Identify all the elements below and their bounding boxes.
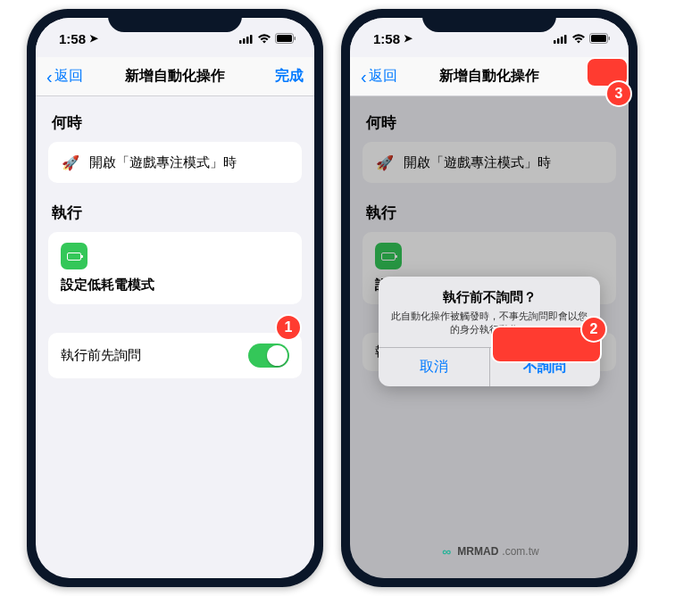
svg-rect-2 — [246, 37, 249, 44]
svg-rect-8 — [557, 38, 560, 44]
back-button[interactable]: ‹ 返回 — [361, 67, 397, 86]
svg-rect-13 — [609, 37, 611, 40]
section-do-header: 執行 — [52, 203, 298, 223]
wifi-icon — [571, 34, 586, 44]
svg-rect-9 — [561, 37, 563, 44]
status-right — [239, 33, 296, 44]
rocket-icon: 🚀 — [61, 153, 80, 172]
callout-badge-1: 1 — [275, 314, 302, 341]
back-button[interactable]: ‹ 返回 — [46, 67, 83, 86]
screen-right: 1:58 ➤ ‹ 返回 新增自動化操作 完成 — [350, 18, 629, 578]
back-label: 返回 — [54, 67, 83, 86]
svg-rect-0 — [239, 40, 242, 44]
nav-title: 新增自動化操作 — [125, 67, 225, 86]
signal-icon — [239, 34, 254, 44]
section-do-header: 執行 — [366, 203, 612, 223]
screen-left: 1:58 ➤ ‹ 返回 新增自動化操作 完成 — [36, 18, 314, 578]
watermark-brand: MRMAD — [457, 545, 498, 558]
notch — [108, 9, 242, 32]
nav-title: 新增自動化操作 — [439, 67, 539, 86]
notch — [422, 9, 556, 32]
section-when-header: 何時 — [366, 112, 612, 133]
toggle-label: 執行前先詢問 — [61, 347, 141, 364]
svg-rect-7 — [554, 40, 556, 44]
confirm-alert: 執行前不詢問？ 此自動化操作被觸發時，不事先詢問即會以您的身分執行動作。 取消 … — [379, 277, 600, 386]
alert-confirm-button[interactable]: 不詢問 — [489, 348, 601, 386]
status-left: 1:58 ➤ — [59, 31, 98, 46]
location-icon: ➤ — [404, 32, 412, 45]
callout-badge-3: 3 — [605, 80, 632, 107]
watermark-domain: .com.tw — [502, 545, 538, 558]
watermark-icon: ∞ — [439, 544, 454, 559]
when-card[interactable]: 🚀 開啟「遊戲專注模式」時 — [362, 142, 616, 183]
location-icon: ➤ — [89, 32, 98, 45]
svg-rect-3 — [250, 35, 253, 44]
status-right — [554, 33, 611, 44]
phone-frame-right: 1:58 ➤ ‹ 返回 新增自動化操作 完成 — [341, 9, 638, 587]
ask-before-run-row: 執行前先詢問 — [48, 333, 302, 378]
status-time: 1:58 — [373, 31, 400, 46]
rocket-icon: 🚀 — [375, 153, 395, 172]
when-card[interactable]: 🚀 開啟「遊戲專注模式」時 — [48, 142, 302, 183]
content: 何時 🚀 開啟「遊戲專注模式」時 執行 設定低耗電模式 執行前先詢問 — [36, 96, 314, 394]
status-time: 1:58 — [59, 31, 86, 46]
do-text: 設定低耗電模式 — [61, 277, 289, 294]
svg-rect-10 — [564, 35, 567, 44]
when-text: 開啟「遊戲專注模式」時 — [89, 154, 237, 171]
svg-rect-5 — [277, 35, 292, 42]
phone-frame-left: 1:58 ➤ ‹ 返回 新增自動化操作 完成 — [27, 9, 323, 587]
svg-rect-1 — [243, 38, 246, 44]
status-left: 1:58 ➤ — [373, 31, 412, 46]
chevron-left-icon: ‹ — [46, 68, 53, 86]
low-power-icon — [61, 243, 88, 269]
when-text: 開啟「遊戲專注模式」時 — [404, 154, 551, 171]
low-power-icon — [375, 243, 402, 269]
signal-icon — [554, 34, 568, 44]
battery-icon — [589, 33, 611, 44]
svg-rect-12 — [591, 35, 606, 42]
back-label: 返回 — [369, 67, 397, 86]
ask-before-run-switch[interactable] — [248, 344, 289, 368]
alert-cancel-button[interactable]: 取消 — [379, 348, 489, 386]
alert-message: 此自動化操作被觸發時，不事先詢問即會以您的身分執行動作。 — [391, 310, 588, 336]
do-card[interactable]: 設定低耗電模式 — [48, 232, 302, 304]
wifi-icon — [257, 34, 271, 44]
svg-rect-6 — [295, 37, 296, 40]
watermark: ∞ MRMAD.com.tw — [439, 544, 538, 559]
nav-bar: ‹ 返回 新增自動化操作 完成 — [36, 57, 314, 96]
nav-bar: ‹ 返回 新增自動化操作 完成 — [350, 57, 629, 96]
callout-badge-2: 2 — [580, 316, 607, 343]
battery-icon — [275, 33, 296, 44]
chevron-left-icon: ‹ — [361, 68, 367, 86]
section-when-header: 何時 — [52, 112, 298, 133]
done-button[interactable]: 完成 — [275, 67, 304, 86]
alert-title: 執行前不詢問？ — [391, 289, 588, 306]
